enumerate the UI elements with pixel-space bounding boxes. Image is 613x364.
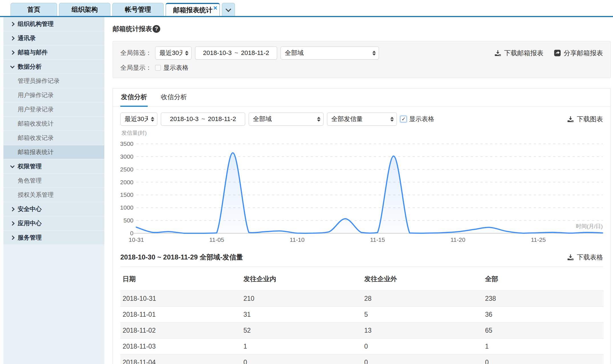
sidebar-item-5[interactable]: 管理员操作记录 (3, 74, 104, 88)
sidebar-item-12[interactable]: 角色管理 (3, 174, 104, 187)
sidebar-item-label: 安全中心 (18, 205, 42, 213)
analysis-show-table-label: 显示表格 (409, 115, 434, 123)
tab-send-analysis[interactable]: 发信分析 (120, 93, 148, 107)
svg-text:1500: 1500 (120, 191, 133, 198)
svg-text:11-05: 11-05 (209, 236, 224, 243)
main-content: 邮箱统计报表 ? 全局筛选： 最近30天 2018-10-3 ~ 2018-11… (104, 17, 613, 364)
svg-text:发信量(封): 发信量(封) (121, 130, 147, 136)
table-cell: 31 (241, 307, 362, 323)
table-cell: 13 (362, 323, 483, 339)
share-mail-report-button[interactable]: 分享邮箱报表 (554, 49, 603, 58)
svg-text:3000: 3000 (120, 153, 133, 160)
table-cell: 0 (241, 355, 362, 364)
sidebar-item-1[interactable]: 组织机构管理 (3, 17, 104, 31)
window-tab-1[interactable]: 首页 (11, 3, 57, 16)
table-cell: 210 (241, 291, 362, 307)
page-title: 邮箱统计报表 (113, 24, 152, 34)
table-cell: 52 (241, 323, 362, 339)
svg-text:10-31: 10-31 (129, 236, 144, 243)
svg-text:时间(月/日): 时间(月/日) (576, 223, 603, 229)
sidebar-item-label: 邮箱报表统计 (18, 148, 54, 156)
sidebar-item-13[interactable]: 授权关系管理 (3, 188, 104, 202)
global-show-table-checkbox[interactable] (155, 65, 161, 71)
download-icon (567, 115, 574, 123)
table-title-row: 2018-10-30 ~ 2018-11-29 全部域-发信量 下载表格 (120, 252, 603, 262)
svg-text:11-20: 11-20 (450, 236, 465, 243)
table-column-header: 发往企业外 (362, 267, 483, 291)
select-arrows-icon (314, 117, 320, 122)
sidebar-item-9[interactable]: 邮箱收发记录 (3, 131, 104, 145)
chevron-right-icon (10, 22, 15, 26)
analysis-date-range-input[interactable]: 2018-10-3 ~ 2018-11-2 (161, 113, 245, 126)
sidebar-item-label: 管理员操作记录 (18, 77, 60, 85)
table-cell: 0 (362, 355, 483, 364)
table-cell: 0 (362, 339, 483, 355)
svg-text:3500: 3500 (120, 140, 133, 147)
sidebar-item-label: 邮箱与邮件 (18, 48, 48, 56)
sidebar-item-6[interactable]: 用户操作记录 (3, 88, 104, 102)
analysis-show-table-checkbox[interactable] (400, 116, 407, 122)
select-arrows-icon (370, 51, 376, 56)
sidebar-item-2[interactable]: 通讯录 (3, 31, 104, 45)
sidebar-item-4[interactable]: 数据分析 (3, 60, 104, 73)
global-display-label: 全局显示： (120, 64, 152, 72)
select-arrows-icon (387, 117, 394, 122)
chevron-right-icon (10, 221, 15, 226)
send-volume-line-chart: 0500100015002000250030003500发信量(封)时间(月/日… (120, 128, 610, 247)
global-show-table-label: 显示表格 (163, 64, 188, 72)
sidebar-item-7[interactable]: 用户登录记录 (3, 103, 104, 116)
sidebar: 组织机构管理通讯录邮箱与邮件数据分析管理员操作记录用户操作记录用户登录记录邮箱收… (0, 17, 104, 364)
table-cell: 1 (483, 339, 604, 355)
table-cell: 2018-10-31 (120, 291, 241, 307)
table-row: 2018-10-3121028238 (120, 291, 604, 307)
download-chart-button[interactable]: 下载图表 (567, 115, 603, 124)
date-from: 2018-10-3 (203, 49, 232, 57)
sidebar-item-label: 服务管理 (18, 234, 42, 242)
table-column-header: 日期 (120, 267, 241, 291)
analysis-filter-row: 最近30天 2018-10-3 ~ 2018-11-2 全部域 全部发信量 (113, 107, 610, 126)
table-cell: 36 (483, 307, 604, 323)
send-volume-table: 日期发往企业内发往企业外全部 2018-10-31210282382018-11… (120, 267, 604, 364)
tab-overflow-button[interactable] (222, 3, 235, 16)
download-table-button[interactable]: 下载表格 (567, 253, 603, 262)
analysis-range-select[interactable]: 最近30天 (120, 113, 157, 126)
svg-text:1000: 1000 (120, 204, 133, 211)
table-cell: 5 (362, 307, 483, 323)
table-column-header: 发往企业内 (241, 267, 362, 291)
tab-close-icon[interactable]: × (213, 5, 217, 11)
sidebar-item-10[interactable]: 邮箱报表统计 (3, 145, 104, 159)
chevron-down-icon (226, 6, 231, 12)
tab-receive-analysis[interactable]: 收信分析 (160, 93, 188, 107)
global-domain-select[interactable]: 全部域 (281, 46, 379, 60)
window-tabbar: 首页组织架构帐号管理邮箱报表统计× (0, 0, 613, 17)
sidebar-item-16[interactable]: 服务管理 (3, 231, 104, 244)
sidebar-item-15[interactable]: 应用中心 (3, 216, 104, 230)
chevron-right-icon (10, 235, 15, 240)
analysis-tabs: 发信分析 收信分析 (113, 89, 610, 107)
global-range-select[interactable]: 最近30天 (155, 46, 192, 60)
chevron-right-icon (10, 207, 15, 211)
sidebar-item-3[interactable]: 邮箱与邮件 (3, 46, 104, 59)
sidebar-item-label: 权限管理 (18, 162, 42, 170)
sidebar-item-label: 授权关系管理 (18, 191, 54, 199)
window-tab-3[interactable]: 帐号管理 (112, 3, 164, 16)
date-from: 2018-10-3 (170, 115, 198, 123)
table-cell: 2018-11-02 (120, 323, 241, 339)
table-row: 2018-11-0131536 (120, 307, 604, 323)
table-row: 2018-11-04000 (120, 355, 604, 364)
help-icon[interactable]: ? (153, 25, 160, 33)
sidebar-item-14[interactable]: 安全中心 (3, 202, 104, 216)
download-mail-report-button[interactable]: 下载邮箱报表 (494, 49, 543, 58)
date-to: 2018-11-2 (241, 49, 269, 57)
page-title-row: 邮箱统计报表 ? (113, 17, 613, 34)
sidebar-item-8[interactable]: 邮箱收发统计 (3, 117, 104, 130)
table-cell: 65 (483, 323, 604, 339)
global-date-range-input[interactable]: 2018-10-3 ~ 2018-11-2 (195, 46, 277, 60)
sidebar-item-11[interactable]: 权限管理 (3, 159, 104, 173)
date-to: 2018-11-2 (208, 115, 236, 123)
window-tab-4[interactable]: 邮箱报表统计× (166, 3, 220, 16)
svg-text:11-10: 11-10 (290, 236, 305, 243)
analysis-domain-select[interactable]: 全部域 (249, 113, 324, 126)
analysis-volume-select[interactable]: 全部发信量 (327, 113, 397, 126)
window-tab-2[interactable]: 组织架构 (59, 3, 110, 16)
